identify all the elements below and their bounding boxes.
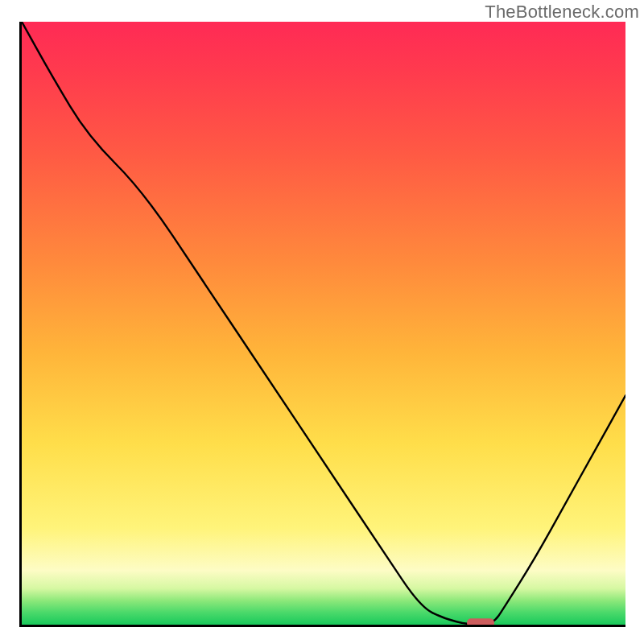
bottleneck-curve: [22, 22, 625, 625]
plot-area: [19, 22, 625, 627]
watermark-text: TheBottleneck.com: [485, 2, 639, 23]
chart-svg: [22, 22, 625, 625]
optimal-marker: [467, 618, 494, 625]
